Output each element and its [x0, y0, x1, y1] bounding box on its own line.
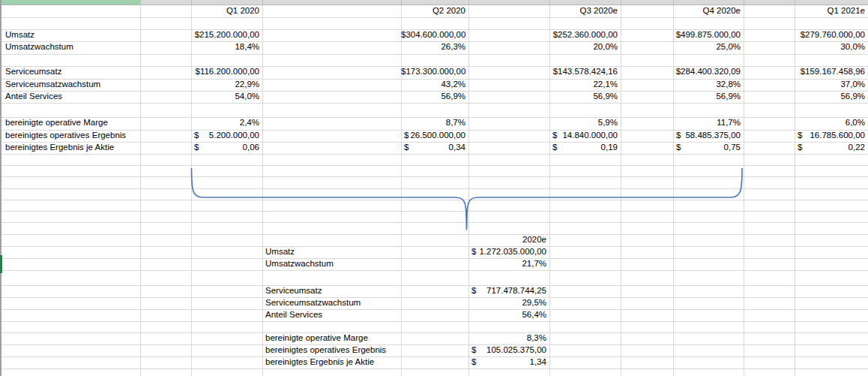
value-cell[interactable]: $159.167.458,96	[795, 66, 868, 79]
value-cell[interactable]: $0,06	[191, 142, 262, 154]
value-cell[interactable]: $116.200.000,00	[191, 66, 262, 79]
value-cell[interactable]: 2,4%	[191, 117, 262, 130]
column-header-highlight[interactable]	[0, 0, 140, 5]
value-cell[interactable]: $0,19	[549, 142, 621, 154]
value-cell[interactable]: $58.485.375,00	[673, 130, 744, 143]
gridline-horizontal	[1, 321, 868, 322]
value-cell[interactable]: 20,0%	[549, 41, 621, 54]
column-header-separator	[795, 0, 795, 5]
value-cell[interactable]: 26,3%	[401, 41, 468, 54]
gridline-horizontal	[1, 188, 868, 189]
row-label[interactable]: bereinigtes Ergebnis je Aktie	[2, 142, 140, 154]
row-label[interactable]: bereinigtes operatives Ergebnis	[2, 130, 140, 143]
amount: 1,34	[530, 356, 546, 368]
summary-value-cell[interactable]: $105.025.375,00	[468, 344, 549, 356]
summary-value-cell[interactable]: 21,7%	[468, 258, 549, 270]
value-cell[interactable]: 54,0%	[191, 91, 262, 103]
row-label[interactable]: Anteil Services	[2, 91, 140, 103]
value-cell[interactable]: $252.360.000,00	[549, 29, 621, 41]
summary-row-label[interactable]: bereinigtes operatives Ergebnis	[262, 344, 401, 356]
summary-value-cell[interactable]: $1,34	[468, 356, 549, 368]
gridline-horizontal	[1, 222, 868, 223]
summary-value-cell[interactable]: 29,5%	[468, 297, 549, 309]
row-label[interactable]: Serviceumsatzwachstum	[2, 79, 140, 92]
column-header-separator	[549, 0, 550, 5]
summary-value-cell[interactable]: 8,3%	[468, 332, 549, 344]
value-cell[interactable]: 22,9%	[191, 79, 262, 92]
value-cell[interactable]: 32,8%	[673, 79, 744, 92]
row-label[interactable]: Serviceumsatz	[2, 66, 140, 79]
summary-row-label[interactable]: Anteil Services	[262, 309, 401, 321]
summary-row-label[interactable]: Serviceumsatzwachstum	[262, 297, 401, 309]
amount: 14.840.000,00	[562, 130, 618, 143]
currency-symbol: $	[194, 130, 199, 143]
column-header-strip[interactable]	[140, 0, 868, 5]
summary-value-cell[interactable]: 56,4%	[468, 309, 549, 321]
summary-row-label[interactable]: Umsatzwachstum	[262, 258, 401, 270]
summary-value-cell[interactable]: $1.272.035.000,00	[468, 246, 549, 258]
value-cell[interactable]: $16.785.600,00	[795, 130, 868, 143]
value-cell[interactable]: $0,34	[401, 142, 468, 154]
value-cell[interactable]: 56,9%	[795, 91, 868, 103]
value-cell[interactable]: $143.578.424,16	[549, 66, 621, 79]
spreadsheet: Q1 2020Q2 2020Q3 2020eQ4 2020eQ1 2021eUm…	[0, 0, 868, 376]
row-label[interactable]: Umsatzwachstum	[2, 41, 140, 54]
currency-symbol: $	[471, 356, 476, 368]
value-cell[interactable]: $0,75	[673, 142, 744, 154]
row-header-edge	[0, 0, 1, 376]
summary-row-label[interactable]: Serviceumsatz	[262, 285, 401, 297]
value-cell[interactable]: 56,9%	[673, 91, 744, 103]
summary-row-label[interactable]: Umsatz	[262, 246, 401, 258]
currency-symbol: $	[798, 130, 802, 143]
value-cell[interactable]: $284.400.320,09	[673, 66, 744, 79]
value-cell[interactable]: 25,0%	[673, 41, 744, 54]
amount: 0,22	[849, 142, 865, 154]
value-cell[interactable]: 56,9%	[549, 91, 621, 103]
value-cell[interactable]: 11,7%	[673, 117, 744, 130]
row-label[interactable]: bereinigte operative Marge	[2, 117, 140, 130]
column-header-separator	[140, 0, 141, 5]
amount: 0,34	[449, 142, 465, 154]
value-cell[interactable]: 37,0%	[795, 79, 868, 92]
value-cell[interactable]: $215.200.000,00	[191, 29, 262, 41]
summary-value-cell[interactable]: $717.478.744,25	[468, 285, 549, 297]
value-cell[interactable]: $279.760.000,00	[795, 29, 868, 41]
value-cell[interactable]: $499.875.000,00	[673, 29, 744, 41]
value-cell[interactable]: 56,9%	[401, 91, 468, 103]
row-label[interactable]: Umsatz	[2, 29, 140, 41]
amount: 1.272.035.000,00	[479, 246, 546, 258]
value-cell[interactable]: 18,4%	[191, 41, 262, 54]
value-cell[interactable]: $0,22	[795, 142, 868, 154]
column-header-separator	[744, 0, 744, 5]
value-cell[interactable]: 5,9%	[549, 117, 621, 130]
quarter-header[interactable]: Q3 2020e	[549, 5, 621, 17]
quarter-header[interactable]: Q1 2021e	[795, 5, 868, 17]
quarter-header[interactable]: Q4 2020e	[673, 5, 744, 17]
currency-symbol: $	[471, 344, 476, 356]
gridline-horizontal	[1, 54, 868, 55]
gridline-horizontal	[1, 297, 868, 298]
value-cell[interactable]: $5.200.000,00	[191, 130, 262, 143]
gridline-horizontal	[1, 285, 868, 286]
value-cell[interactable]: 22,1%	[549, 79, 621, 92]
currency-symbol: $	[676, 130, 681, 143]
amount: 16.785.600,00	[810, 130, 865, 143]
gridline-horizontal	[1, 234, 868, 235]
value-cell[interactable]: $26.500.000,00	[401, 130, 468, 143]
currency-symbol: $	[552, 142, 557, 154]
amount: 0,19	[601, 142, 618, 154]
value-cell[interactable]: 8,7%	[401, 117, 468, 130]
value-cell[interactable]: $304.600.000,00	[401, 29, 468, 41]
value-cell[interactable]: 43,2%	[401, 79, 468, 92]
value-cell[interactable]: $173.300.000,00	[401, 66, 468, 79]
value-cell[interactable]: 30,0%	[795, 41, 868, 54]
summary-row-label[interactable]: bereinigtes Ergebnis je Aktie	[262, 356, 401, 368]
summary-row-label[interactable]: bereinigte operative Marge	[262, 332, 401, 344]
value-cell[interactable]: 6,0%	[795, 117, 868, 130]
quarter-header[interactable]: Q2 2020	[401, 5, 468, 17]
value-cell[interactable]: $14.840.000,00	[549, 130, 621, 143]
currency-symbol: $	[471, 285, 476, 297]
summary-header[interactable]: 2020e	[468, 234, 549, 246]
currency-symbol: $	[404, 142, 409, 154]
quarter-header[interactable]: Q1 2020	[191, 5, 262, 17]
